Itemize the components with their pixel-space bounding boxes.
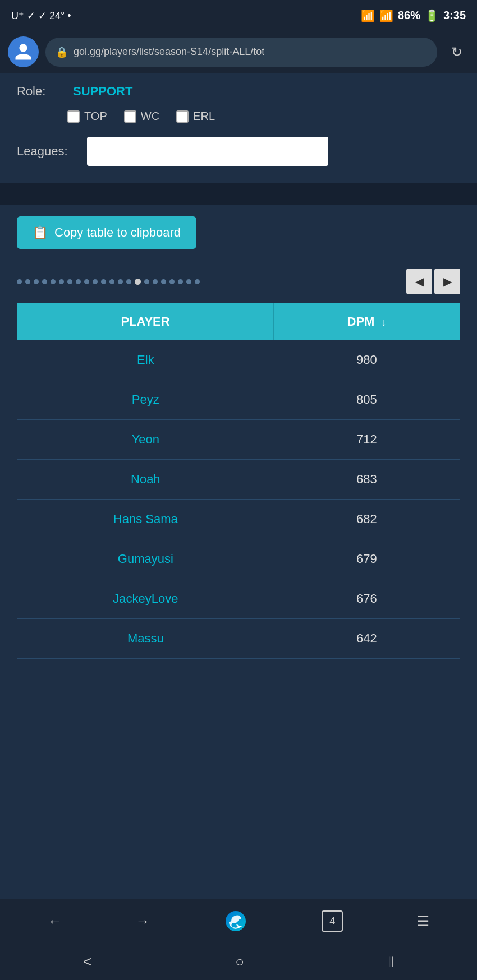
dpm-peyz: 805 [274, 380, 460, 420]
dpm-elk: 980 [274, 340, 460, 380]
avatar[interactable] [8, 36, 39, 67]
checkbox-erl[interactable]: ERL [176, 110, 215, 123]
dot-11 [101, 279, 106, 284]
player-name-gumayusi[interactable]: Gumayusi [17, 539, 274, 579]
section-divider [0, 183, 477, 205]
table-body: Elk 980 Peyz 805 Yeon 712 Noah 683 Hans … [17, 340, 460, 659]
dpm-noah: 683 [274, 460, 460, 500]
status-left-text: U⁺ ✓ ✓ 24° • [11, 10, 71, 22]
table-row: Noah 683 [17, 460, 460, 500]
dot-7 [67, 279, 72, 284]
battery-text: 86% [398, 9, 420, 22]
player-name-jackeylove[interactable]: JackeyLove [17, 579, 274, 619]
dot-8 [76, 279, 81, 284]
table-row: Elk 980 [17, 340, 460, 380]
checkbox-erl-box[interactable] [176, 110, 189, 123]
player-name-massu[interactable]: Massu [17, 619, 274, 659]
prev-button[interactable]: ◀ [406, 269, 432, 294]
checkbox-wc[interactable]: WC [124, 110, 159, 123]
back-button[interactable]: ← [48, 913, 62, 930]
system-home-button[interactable]: ○ [235, 953, 244, 970]
checkbox-wc-box[interactable] [124, 110, 136, 123]
person-icon [13, 42, 33, 62]
player-name-peyz[interactable]: Peyz [17, 380, 274, 420]
checkbox-erl-label: ERL [193, 110, 215, 123]
lock-icon: 🔒 [56, 46, 68, 58]
edge-logo-icon [223, 909, 249, 934]
next-button[interactable]: ▶ [434, 269, 460, 294]
pagination-row: ◀ ▶ [0, 260, 477, 303]
dpm-column-header[interactable]: DPM ↓ [274, 303, 460, 341]
dpm-massu: 642 [274, 619, 460, 659]
table-row: Hans Sama 682 [17, 500, 460, 539]
dot-17 [153, 279, 158, 284]
player-column-header[interactable]: PLAYER [17, 303, 274, 341]
dot-10 [93, 279, 98, 284]
role-label: Role: [17, 84, 67, 99]
dot-9 [84, 279, 89, 284]
dot-15-active [135, 279, 141, 285]
time-text: 3:35 [443, 9, 466, 22]
checkboxes-row: TOP WC ERL [67, 110, 460, 123]
pagination-dots [17, 279, 200, 285]
filters-section: Role: SUPPORT TOP WC ERL Leagues: [0, 73, 477, 183]
dot-3 [34, 279, 39, 284]
copy-icon: 📋 [33, 225, 48, 240]
status-bar: U⁺ ✓ ✓ 24° • 📶 📶 86%🔋 3:35 [0, 0, 477, 31]
menu-button[interactable]: ☰ [416, 913, 429, 930]
system-nav: < ○ ⦀ [0, 944, 477, 980]
dot-1 [17, 279, 22, 284]
wifi-icon: 📶 [361, 9, 375, 22]
leagues-label: Leagues: [17, 144, 79, 159]
dot-22 [195, 279, 200, 284]
home-logo[interactable] [223, 909, 249, 934]
page-content: Role: SUPPORT TOP WC ERL Leagues: [0, 73, 477, 899]
bottom-browser-nav: ← → 4 ☰ [0, 899, 477, 944]
table-header: PLAYER DPM ↓ [17, 303, 460, 341]
checkbox-top[interactable]: TOP [67, 110, 107, 123]
dot-4 [42, 279, 47, 284]
forward-button[interactable]: → [136, 913, 150, 930]
tabs-count: 4 [329, 916, 335, 927]
nav-arrows: ◀ ▶ [406, 269, 460, 294]
url-text: gol.gg/players/list/season-S14/split-ALL… [74, 46, 264, 58]
checkbox-wc-label: WC [141, 110, 159, 123]
copy-section: 📋 Copy table to clipboard [0, 205, 477, 260]
dot-18 [161, 279, 166, 284]
role-value: SUPPORT [73, 84, 132, 99]
table-row: Gumayusi 679 [17, 539, 460, 579]
dot-19 [169, 279, 175, 284]
leagues-row: Leagues: [17, 137, 460, 166]
url-bar[interactable]: 🔒 gol.gg/players/list/season-S14/split-A… [45, 38, 437, 67]
copy-table-button[interactable]: 📋 Copy table to clipboard [17, 216, 196, 249]
status-right: 📶 📶 86%🔋 3:35 [361, 9, 466, 22]
checkbox-top-box[interactable] [67, 110, 80, 123]
status-left: U⁺ ✓ ✓ 24° • [11, 10, 71, 22]
dpm-yeon: 712 [274, 420, 460, 460]
player-name-noah[interactable]: Noah [17, 460, 274, 500]
dot-12 [109, 279, 114, 284]
table-row: JackeyLove 676 [17, 579, 460, 619]
table-row: Peyz 805 [17, 380, 460, 420]
table-row: Yeon 712 [17, 420, 460, 460]
dpm-jackeylove: 676 [274, 579, 460, 619]
sort-icon: ↓ [382, 317, 387, 328]
dot-14 [126, 279, 131, 284]
dot-5 [51, 279, 56, 284]
dot-2 [25, 279, 30, 284]
dpm-hanssama: 682 [274, 500, 460, 539]
dot-21 [186, 279, 191, 284]
system-back-button[interactable]: < [83, 953, 91, 970]
leagues-input[interactable] [87, 137, 328, 166]
table-row: Massu 642 [17, 619, 460, 659]
copy-button-label: Copy table to clipboard [54, 225, 181, 240]
system-recent-button[interactable]: ⦀ [388, 953, 394, 970]
player-name-yeon[interactable]: Yeon [17, 420, 274, 460]
refresh-button[interactable]: ↻ [444, 39, 469, 64]
dot-13 [118, 279, 123, 284]
player-name-elk[interactable]: Elk [17, 340, 274, 380]
dot-16 [144, 279, 149, 284]
tabs-badge[interactable]: 4 [322, 910, 343, 932]
dot-20 [178, 279, 183, 284]
player-name-hanssama[interactable]: Hans Sama [17, 500, 274, 539]
